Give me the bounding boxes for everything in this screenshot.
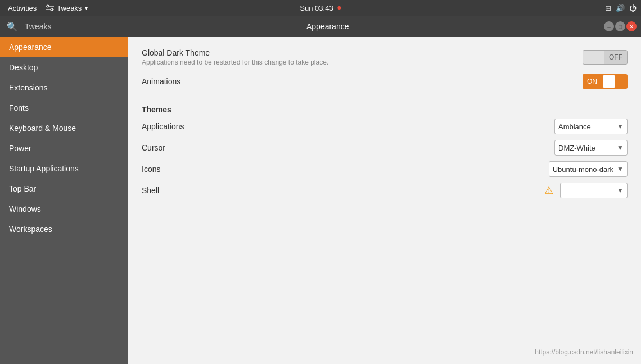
icons-theme-row: Icons Ubuntu-mono-dark ▼	[142, 161, 628, 177]
global-dark-theme-row: Global Dark Theme Applications need to b…	[142, 48, 628, 66]
window-controls: – □ ✕	[604, 21, 637, 31]
toggle-off-label: OFF	[604, 51, 627, 64]
search-button[interactable]: 🔍	[4, 19, 20, 34]
activities-button[interactable]: Activities	[4, 4, 40, 12]
app-window: 🔍 Tweaks Appearance – □ ✕ Appearance Des…	[0, 16, 641, 364]
shell-dropdown-arrow: ▼	[617, 186, 624, 194]
toggle-knob	[603, 75, 615, 88]
sidebar-item-top-bar[interactable]: Top Bar	[0, 179, 128, 199]
volume-icon[interactable]: 🔊	[616, 4, 625, 12]
toggle-track	[583, 51, 604, 64]
cursor-theme-value: DMZ-White	[558, 144, 613, 152]
content-panel: Global Dark Theme Applications need to b…	[128, 37, 641, 364]
applications-theme-row: Applications Ambiance ▼	[142, 119, 628, 134]
tweaks-icon	[46, 3, 55, 12]
sidebar-item-startup-applications[interactable]: Startup Applications	[0, 158, 128, 179]
svg-point-0	[47, 5, 49, 7]
cursor-theme-dropdown[interactable]: DMZ-White ▼	[554, 140, 628, 156]
system-bar-left: Activities Tweaks ▾	[4, 3, 91, 12]
tweaks-label: Tweaks	[57, 4, 82, 12]
cursor-theme-row: Cursor DMZ-White ▼	[142, 140, 628, 156]
sidebar-item-extensions[interactable]: Extensions	[0, 78, 128, 98]
sidebar: Appearance Desktop Extensions Fonts Keyb…	[0, 37, 128, 364]
page-title: Appearance	[56, 22, 599, 31]
tweaks-arrow: ▾	[85, 5, 88, 11]
applications-dropdown-arrow: ▼	[617, 122, 624, 130]
divider	[142, 97, 628, 97]
icons-theme-dropdown[interactable]: Ubuntu-mono-dark ▼	[549, 161, 628, 177]
network-icon[interactable]: ⊞	[605, 4, 611, 12]
animations-label: Animations	[142, 77, 180, 86]
global-dark-theme-labels: Global Dark Theme Applications need to b…	[142, 48, 328, 66]
icons-theme-value: Ubuntu-mono-dark	[553, 165, 613, 174]
shell-warning-icon: ⚠	[544, 184, 553, 197]
app-menu-button[interactable]: Tweaks ▾	[42, 3, 91, 12]
icons-dropdown-arrow: ▼	[617, 165, 624, 173]
maximize-button[interactable]: □	[615, 21, 625, 31]
animations-toggle[interactable]: ON	[583, 74, 628, 89]
shell-theme-row: Shell ⚠ ▼	[142, 183, 628, 198]
animations-row: Animations ON	[142, 74, 628, 89]
svg-point-3	[51, 8, 53, 11]
applications-theme-dropdown[interactable]: Ambiance ▼	[554, 119, 628, 134]
shell-theme-label: Shell	[142, 186, 209, 195]
close-button[interactable]: ✕	[626, 21, 637, 31]
clock-time: Sun 03:43	[300, 4, 333, 12]
global-dark-theme-toggle[interactable]: OFF	[583, 50, 628, 65]
toggle-on-label: ON	[583, 74, 602, 89]
sidebar-item-workspaces[interactable]: Workspaces	[0, 219, 128, 239]
system-clock[interactable]: Sun 03:43	[300, 4, 341, 12]
applications-theme-label: Applications	[142, 122, 209, 131]
minimize-button[interactable]: –	[604, 21, 614, 31]
power-icon[interactable]: ⏻	[629, 4, 637, 12]
global-dark-theme-description: Applications need to be restarted for th…	[142, 58, 328, 66]
app-name-label: Tweaks	[25, 22, 51, 31]
global-dark-theme-label: Global Dark Theme	[142, 48, 328, 57]
shell-theme-dropdown[interactable]: ▼	[560, 183, 628, 198]
titlebar: 🔍 Tweaks Appearance – □ ✕	[0, 16, 641, 37]
themes-section-title: Themes	[142, 105, 628, 114]
sidebar-item-windows[interactable]: Windows	[0, 199, 128, 219]
cursor-theme-label: Cursor	[142, 143, 209, 152]
sidebar-item-keyboard-mouse[interactable]: Keyboard & Mouse	[0, 118, 128, 138]
sidebar-item-power[interactable]: Power	[0, 138, 128, 158]
sidebar-item-fonts[interactable]: Fonts	[0, 98, 128, 118]
system-bar: Activities Tweaks ▾ Sun 03:43 ⊞ 🔊 ⏻	[0, 0, 641, 16]
applications-theme-value: Ambiance	[558, 122, 613, 131]
clock-dot	[338, 6, 341, 10]
system-tray: ⊞ 🔊 ⏻	[605, 4, 637, 12]
sidebar-item-appearance[interactable]: Appearance	[0, 37, 128, 57]
sidebar-item-desktop[interactable]: Desktop	[0, 57, 128, 78]
main-content: Appearance Desktop Extensions Fonts Keyb…	[0, 37, 641, 364]
cursor-dropdown-arrow: ▼	[617, 144, 624, 152]
shell-theme-control: ⚠ ▼	[544, 183, 628, 198]
icons-theme-label: Icons	[142, 165, 209, 174]
